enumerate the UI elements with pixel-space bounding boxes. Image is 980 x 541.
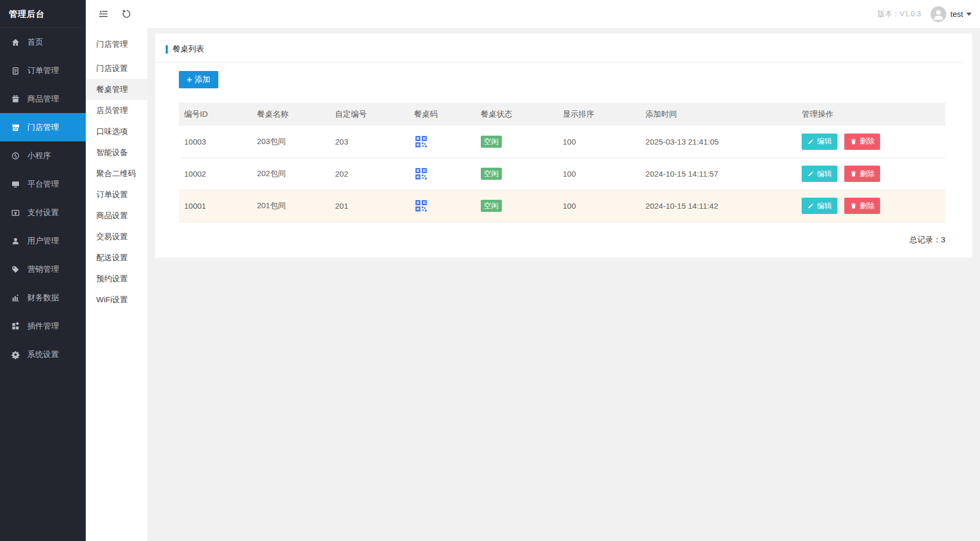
sidebar-item[interactable]: 小程序 <box>0 141 86 170</box>
submenu-item[interactable]: 智能设备 <box>86 142 147 163</box>
submenu-item[interactable]: 聚合二维码 <box>86 163 147 184</box>
sidebar-item-label: 平台管理 <box>27 179 59 189</box>
sidebar-item-label: 支付设置 <box>27 208 59 218</box>
trash-icon <box>850 170 857 177</box>
pencil-icon <box>807 138 814 145</box>
sidebar-item[interactable]: 订单管理 <box>0 56 86 85</box>
primary-nav: 首页 订单管理 商品管理 门店管理 <box>0 28 86 369</box>
sidebar-item-label: 商品管理 <box>27 94 59 104</box>
submenu-item[interactable]: 商品设置 <box>86 205 147 226</box>
app-root: 管理后台 首页 订单管理 商品管理 <box>0 0 980 541</box>
table-card: 餐桌列表 + 添加 <box>155 34 972 258</box>
plus-icon: + <box>187 75 192 84</box>
sidebar-item-label: 首页 <box>27 37 43 47</box>
card-title-row: 餐桌列表 <box>155 34 962 63</box>
refresh-icon[interactable] <box>121 8 132 19</box>
avatar[interactable] <box>931 6 946 22</box>
submenu-item[interactable]: 预约设置 <box>86 268 147 289</box>
submenu-item[interactable]: 门店管理 <box>86 33 147 58</box>
secondary-sidebar: 门店管理 门店设置 餐桌管理 店员管理 口味选项 智能设备 聚合二维码 订单设置… <box>86 28 147 541</box>
column-header: 编号ID <box>179 103 251 126</box>
delete-button[interactable]: 删除 <box>844 134 880 150</box>
submenu-item[interactable]: 订单设置 <box>86 184 147 205</box>
sidebar-item-icon <box>11 95 20 104</box>
sidebar-item-icon <box>11 208 20 217</box>
table-row: 10003 203包间 203 空闲 100 2025-03-13 21:41:… <box>179 126 945 158</box>
edit-button[interactable]: 编辑 <box>802 134 837 150</box>
edit-button[interactable]: 编辑 <box>802 166 837 182</box>
sidebar-item-icon <box>11 293 20 302</box>
sidebar-item[interactable]: 平台管理 <box>0 170 86 198</box>
cell-name: 202包间 <box>251 158 330 190</box>
page-title: 餐桌列表 <box>173 44 204 54</box>
sidebar-item-label: 财务数据 <box>27 293 59 303</box>
submenu-item[interactable]: 店员管理 <box>86 100 147 121</box>
cell-code: 203 <box>330 126 409 158</box>
user-menu[interactable]: test <box>951 9 972 18</box>
qr-code-icon[interactable] <box>414 167 428 181</box>
cell-code: 201 <box>330 190 409 222</box>
column-header: 添加时间 <box>640 103 796 126</box>
delete-button-label: 删除 <box>860 201 874 211</box>
column-header: 管理操作 <box>796 103 945 126</box>
cell-time: 2025-03-13 21:41:05 <box>640 126 796 158</box>
sidebar-item-icon <box>11 66 20 75</box>
sidebar-item-label: 用户管理 <box>27 236 59 246</box>
sidebar-item[interactable]: 插件管理 <box>0 312 86 340</box>
cell-code: 202 <box>330 158 409 190</box>
sidebar-item[interactable]: 财务数据 <box>0 283 86 312</box>
edit-button-label: 编辑 <box>817 201 832 211</box>
table-row: 10002 202包间 202 空闲 100 2024-10-15 14:11:… <box>179 158 945 190</box>
cell-name: 201包间 <box>251 190 330 222</box>
sidebar-item-label: 系统设置 <box>27 350 59 360</box>
sidebar-item-icon <box>11 38 20 47</box>
column-header: 自定编号 <box>330 103 409 126</box>
table-header-row: 编号ID餐桌名称自定编号餐桌码餐桌状态显示排序添加时间管理操作 <box>179 103 945 126</box>
sidebar-item[interactable]: 用户管理 <box>0 227 86 255</box>
status-badge: 空闲 <box>481 200 502 212</box>
sidebar-item[interactable]: 营销管理 <box>0 255 86 283</box>
column-header: 餐桌名称 <box>251 103 330 126</box>
pencil-icon <box>807 170 814 177</box>
sidebar-item-icon <box>11 180 20 189</box>
sidebar-item-icon <box>11 322 20 331</box>
add-button[interactable]: + 添加 <box>179 71 218 88</box>
column-header: 显示排序 <box>558 103 640 126</box>
cell-time: 2024-10-15 14:11:42 <box>640 190 796 222</box>
qr-code-icon[interactable] <box>414 135 428 149</box>
cell-id: 10003 <box>179 126 251 158</box>
submenu-item[interactable]: 配送设置 <box>86 247 147 268</box>
cell-time: 2024-10-15 14:11:57 <box>640 158 796 190</box>
submenu-item[interactable]: 餐桌管理 <box>86 79 147 100</box>
total-records: 总记录：3 <box>179 235 945 245</box>
cell-sort: 100 <box>558 158 640 190</box>
sidebar-item-icon <box>11 123 20 132</box>
app-title: 管理后台 <box>0 0 86 28</box>
submenu-item[interactable]: WiFi设置 <box>86 289 147 310</box>
submenu-item[interactable]: 门店设置 <box>86 58 147 79</box>
collapse-menu-icon[interactable] <box>98 8 109 19</box>
sidebar-item[interactable]: 支付设置 <box>0 198 86 227</box>
sidebar-item-icon <box>11 151 20 160</box>
sidebar-item-icon <box>11 237 20 246</box>
submenu-item[interactable]: 口味选项 <box>86 121 147 142</box>
cell-sort: 100 <box>558 126 640 158</box>
delete-button-label: 删除 <box>860 169 874 179</box>
delete-button[interactable]: 删除 <box>844 166 880 182</box>
delete-button[interactable]: 删除 <box>844 198 880 214</box>
main-content: 餐桌列表 + 添加 <box>147 28 980 541</box>
cell-name: 203包间 <box>251 126 330 158</box>
primary-sidebar: 管理后台 首页 订单管理 商品管理 <box>0 0 86 541</box>
title-accent-bar <box>166 45 168 54</box>
sidebar-item[interactable]: 首页 <box>0 28 86 56</box>
sidebar-item[interactable]: 系统设置 <box>0 340 86 369</box>
pencil-icon <box>807 202 814 209</box>
sidebar-item-label: 营销管理 <box>27 264 59 274</box>
submenu-item[interactable]: 交易设置 <box>86 226 147 247</box>
cell-id: 10002 <box>179 158 251 190</box>
edit-button[interactable]: 编辑 <box>802 198 837 214</box>
qr-code-icon[interactable] <box>414 199 428 213</box>
sidebar-item[interactable]: 商品管理 <box>0 85 86 113</box>
sidebar-item[interactable]: 门店管理 <box>0 113 86 141</box>
delete-button-label: 删除 <box>860 137 874 146</box>
